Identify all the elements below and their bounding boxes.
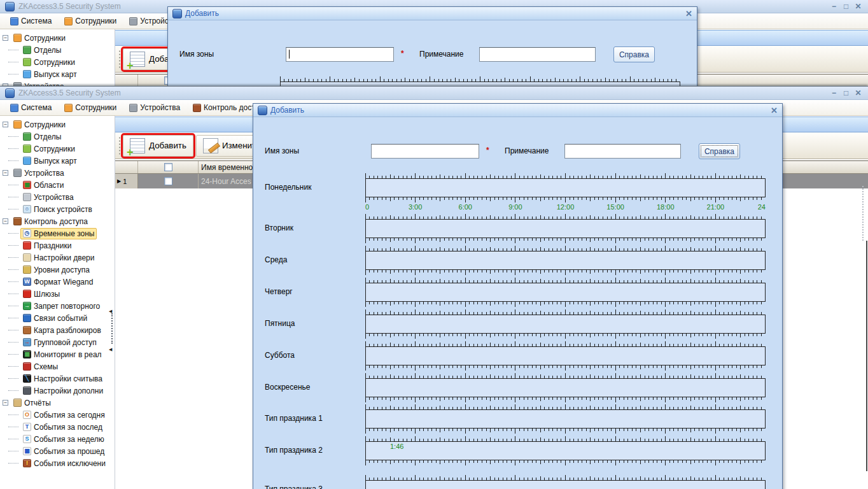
tree-item[interactable]: Связи событий — [0, 312, 115, 324]
tree-node[interactable]: Выпуск карт — [20, 155, 80, 167]
tree-expander-icon[interactable]: − — [3, 122, 8, 127]
tree-node[interactable]: Связи событий — [20, 313, 90, 324]
menu-item-system[interactable]: Система — [10, 103, 52, 112]
tree-item[interactable]: →Групповой доступ — [0, 336, 115, 348]
tree-item[interactable]: ▦Области — [0, 179, 115, 191]
scrollbar[interactable] — [866, 241, 867, 471]
tree-item[interactable]: Сотрудники — [0, 143, 115, 155]
tree-node[interactable]: Сотрудники — [11, 32, 68, 44]
row-checkbox[interactable] — [164, 177, 172, 185]
tree-expander-icon[interactable]: − — [3, 35, 8, 41]
timeline-track[interactable] — [365, 251, 766, 270]
tree-node[interactable]: ▦Области — [20, 180, 67, 191]
tree-node[interactable]: Контроль доступа — [11, 216, 90, 227]
tree-item[interactable]: Отделы — [0, 131, 115, 143]
menu-item-devices[interactable]: Устройства — [129, 103, 180, 112]
timeline-track[interactable] — [365, 219, 766, 238]
tree-item[interactable]: −Сотрудники — [0, 32, 115, 44]
tree-node[interactable]: Праздники — [20, 240, 74, 252]
add-button[interactable]: Добавить — [123, 135, 193, 157]
timeline-track[interactable]: 1:46 — [365, 441, 766, 460]
note-input[interactable] — [480, 48, 595, 61]
tree-item[interactable]: Сотрудники — [0, 56, 115, 68]
tree-node[interactable]: SСобытия за неделю — [20, 434, 107, 445]
tree-item[interactable]: Карта разблокиров — [0, 324, 115, 336]
tree-node[interactable]: →Запрет повторного — [20, 301, 102, 312]
tree-node[interactable]: ▦Мониторинг в реал — [20, 349, 104, 360]
timeline-track[interactable] — [365, 178, 766, 197]
dialog-close-icon[interactable]: ✕ — [771, 106, 778, 115]
close-icon[interactable]: ✕ — [853, 2, 863, 11]
dialog-close-icon[interactable]: ✕ — [685, 9, 692, 18]
tree-node[interactable]: OСобытия за сегодня — [20, 409, 108, 421]
tree-node[interactable]: Схемы — [20, 361, 60, 372]
tree-node[interactable]: Карта разблокиров — [20, 325, 104, 336]
tree-node[interactable]: ▦События за прошед — [20, 446, 107, 457]
timeline-track[interactable] — [365, 315, 766, 334]
timeline-track[interactable] — [365, 378, 766, 397]
tree-item[interactable]: ○Поиск устройств — [0, 203, 115, 215]
tree-node[interactable]: Шлюзы — [20, 288, 62, 300]
tree-item[interactable]: OСобытия за сегодня — [0, 409, 115, 421]
tree-item[interactable]: WФормат Wiegand — [0, 276, 115, 288]
menu-item-system[interactable]: Система — [10, 17, 52, 25]
tree-item[interactable]: ▦События за прошед — [0, 445, 115, 457]
menu-item-employees[interactable]: Сотрудники — [64, 103, 116, 112]
timeline-track[interactable] — [365, 480, 766, 489]
tree-node[interactable]: Настройки дополни — [20, 385, 106, 397]
tree-item[interactable]: −Контроль доступа — [0, 215, 115, 227]
minimize-icon[interactable]: − — [829, 89, 839, 98]
splitter-collapse-icon[interactable]: ◀ — [109, 347, 112, 351]
tree-item[interactable]: Уровни доступа — [0, 264, 115, 276]
tree-item[interactable]: Праздники — [0, 239, 115, 252]
tree-item[interactable]: Выпуск карт — [0, 155, 115, 167]
tree-node[interactable]: Сотрудники — [20, 143, 78, 155]
tree-expander-icon[interactable]: − — [3, 170, 8, 176]
tree-item[interactable]: →Запрет повторного — [0, 300, 115, 312]
toolbar-grip[interactable] — [118, 136, 121, 155]
close-icon[interactable]: ✕ — [853, 89, 863, 98]
tree-item[interactable]: ╲Настройки считыва — [0, 372, 115, 385]
timeline-track[interactable] — [365, 346, 766, 365]
tree-item[interactable]: −Сотрудники — [0, 118, 115, 131]
tree-node[interactable]: !События исключени — [20, 458, 108, 469]
tree-item[interactable]: Схемы — [0, 360, 115, 372]
tree-node[interactable]: ╲Настройки считыва — [20, 373, 105, 385]
tree-item[interactable]: Устройства — [0, 191, 115, 203]
tree-node[interactable]: Выпуск карт — [20, 69, 80, 80]
select-all-checkbox[interactable] — [164, 163, 172, 171]
timeline-track[interactable] — [365, 283, 766, 302]
tree-node[interactable]: Устройства — [11, 167, 67, 179]
splitter-collapse-icon[interactable]: ◀ — [109, 309, 112, 313]
zone-name-input[interactable] — [372, 145, 479, 158]
tree-item[interactable]: TСобытия за послед — [0, 421, 115, 433]
minimize-icon[interactable]: − — [829, 2, 839, 11]
tree-item[interactable]: Настройки дополни — [0, 385, 115, 397]
maximize-icon[interactable]: □ — [841, 2, 851, 11]
tree-expander-icon[interactable]: − — [3, 400, 8, 406]
tree-node[interactable]: ◷Временные зоны — [20, 228, 97, 239]
splitter-handle[interactable] — [111, 313, 113, 344]
timeline-track[interactable] — [365, 409, 766, 429]
zone-name-input[interactable] — [286, 48, 393, 61]
tree-node[interactable]: Уровни доступа — [20, 264, 92, 276]
tree-node[interactable]: Устройства — [20, 192, 76, 203]
toolbar-grip[interactable] — [118, 50, 121, 69]
help-button[interactable]: Справка — [613, 46, 655, 62]
tree-node[interactable]: ○Поиск устройств — [20, 204, 95, 215]
tree-node[interactable]: Сотрудники — [11, 119, 68, 131]
tree-node[interactable]: Настройки двери — [20, 252, 97, 264]
tree-item[interactable]: SСобытия за неделю — [0, 433, 115, 445]
tree-item[interactable]: −Устройства — [0, 167, 115, 179]
tree-node[interactable]: Отделы — [20, 131, 64, 143]
tree-item[interactable]: ◷Временные зоны — [0, 227, 115, 239]
tree-item[interactable]: !События исключени — [0, 457, 115, 469]
tree-item[interactable]: Шлюзы — [0, 288, 115, 300]
tree-item[interactable]: −Отчёты — [0, 397, 115, 409]
tree-expander-icon[interactable]: − — [3, 218, 8, 224]
tree-node[interactable]: Отчёты — [11, 397, 53, 409]
tree-item[interactable]: Настройки двери — [0, 252, 115, 264]
tree-node[interactable]: TСобытия за послед — [20, 422, 105, 433]
menu-item-employees[interactable]: Сотрудники — [64, 17, 116, 25]
tree-item[interactable]: ▦Мониторинг в реал — [0, 348, 115, 360]
